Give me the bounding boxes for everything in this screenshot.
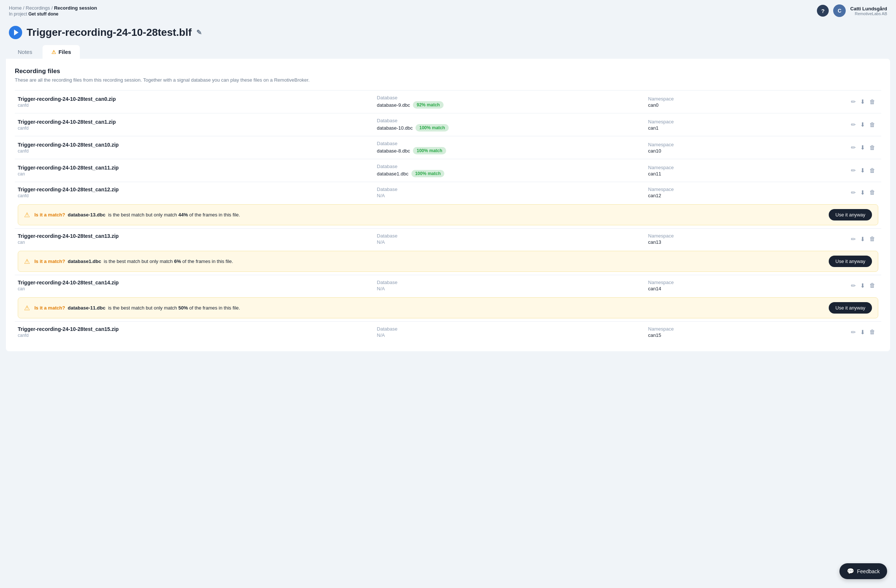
download-icon[interactable]: ⬇ xyxy=(860,98,865,105)
file-type: canfd xyxy=(18,333,365,338)
user-name: Catti Lundsgård xyxy=(850,6,887,11)
namespace-value: can13 xyxy=(648,239,758,245)
delete-icon[interactable]: 🗑 xyxy=(869,144,875,151)
play-icon[interactable] xyxy=(9,26,22,39)
delete-icon[interactable]: 🗑 xyxy=(869,99,875,105)
download-icon[interactable]: ⬇ xyxy=(860,189,865,196)
breadcrumb-home[interactable]: Home xyxy=(9,5,22,11)
recording-title: Trigger-recording-24-10-28test.blf xyxy=(27,27,192,38)
file-name: Trigger-recording-24-10-28test_can13.zip xyxy=(18,233,365,239)
warning-text: Is it a match? database1.dbc is the best… xyxy=(34,258,824,264)
file-type: can xyxy=(18,240,365,245)
tab-notes[interactable]: Notes xyxy=(9,45,41,59)
namespace-label: Namespace xyxy=(648,326,758,332)
namespace-value: can11 xyxy=(648,171,758,176)
edit-icon[interactable]: ✏ xyxy=(851,236,856,243)
is-match-label: Is it a match? xyxy=(34,305,65,311)
namespace-label: Namespace xyxy=(648,187,758,192)
help-button[interactable]: ? xyxy=(817,5,829,17)
database-value: N/A xyxy=(377,239,385,245)
header: Home / Recordings / Recording session In… xyxy=(0,0,896,21)
table-row: Trigger-recording-24-10-28test_can11.zip… xyxy=(15,159,881,182)
project-name[interactable]: Get stuff done xyxy=(29,11,58,17)
row-actions: ✏ ⬇ 🗑 xyxy=(770,236,875,243)
delete-icon[interactable]: 🗑 xyxy=(869,122,875,128)
file-type: canfd xyxy=(18,103,365,108)
edit-icon[interactable]: ✏ xyxy=(851,144,856,151)
database-value: database-9.dbc xyxy=(377,102,410,108)
database-value: N/A xyxy=(377,286,385,292)
warning-banner: ⚠ Is it a match? database-11.dbc is the … xyxy=(18,297,878,318)
namespace-label: Namespace xyxy=(648,142,758,147)
database-label: Database xyxy=(377,95,637,100)
edit-icon[interactable]: ✏ xyxy=(851,167,856,174)
download-icon[interactable]: ⬇ xyxy=(860,236,865,243)
warning-banner: ⚠ Is it a match? database1.dbc is the be… xyxy=(18,251,878,272)
database-value: database-8.dbc xyxy=(377,148,410,153)
best-match-db: database-11.dbc xyxy=(68,305,105,311)
tab-files[interactable]: ⚠ Files xyxy=(43,45,80,59)
use-anyway-button[interactable]: Use it anyway xyxy=(829,209,872,220)
database-value: N/A xyxy=(377,193,385,198)
delete-icon[interactable]: 🗑 xyxy=(869,189,875,196)
edit-title-icon[interactable]: ✎ xyxy=(196,29,202,36)
download-icon[interactable]: ⬇ xyxy=(860,144,865,151)
download-icon[interactable]: ⬇ xyxy=(860,282,865,289)
breadcrumb-current: Recording session xyxy=(54,5,97,11)
warning-text: Is it a match? database-13.dbc is the be… xyxy=(34,212,824,217)
row-actions: ✏ ⬇ 🗑 xyxy=(770,98,875,105)
feedback-button[interactable]: 💬 Feedback xyxy=(840,563,887,579)
edit-icon[interactable]: ✏ xyxy=(851,329,856,336)
download-icon[interactable]: ⬇ xyxy=(860,121,865,128)
row-actions: ✏ ⬇ 🗑 xyxy=(770,167,875,174)
match-badge: 100% match xyxy=(416,124,448,132)
warning-text: Is it a match? database-11.dbc is the be… xyxy=(34,305,824,311)
namespace-label: Namespace xyxy=(648,119,758,125)
warning-row: ⚠ Is it a match? database1.dbc is the be… xyxy=(15,249,881,275)
match-percent: 6% xyxy=(174,258,181,264)
database-value: N/A xyxy=(377,333,385,338)
file-name: Trigger-recording-24-10-28test_can12.zip xyxy=(18,187,365,193)
warning-triangle-icon: ⚠ xyxy=(24,257,30,266)
file-name: Trigger-recording-24-10-28test_can11.zip xyxy=(18,165,365,171)
database-label: Database xyxy=(377,326,637,332)
breadcrumb: Home / Recordings / Recording session xyxy=(9,5,97,11)
file-name: Trigger-recording-24-10-28test_can0.zip xyxy=(18,96,365,102)
match-badge: 100% match xyxy=(413,147,446,154)
table-row: Trigger-recording-24-10-28test_can0.zip … xyxy=(15,91,881,113)
header-right: ? C Catti Lundsgård RemotiveLabs AB xyxy=(817,5,887,17)
section-title: Recording files xyxy=(15,68,881,75)
download-icon[interactable]: ⬇ xyxy=(860,167,865,174)
database-label: Database xyxy=(377,233,637,239)
namespace-value: can14 xyxy=(648,286,758,292)
avatar: C xyxy=(833,5,846,17)
main-card: Recording files These are all the record… xyxy=(6,59,890,351)
edit-icon[interactable]: ✏ xyxy=(851,98,856,105)
table-row: Trigger-recording-24-10-28test_can1.zip … xyxy=(15,113,881,136)
file-name: Trigger-recording-24-10-28test_can10.zip xyxy=(18,142,365,148)
database-label: Database xyxy=(377,280,637,285)
namespace-value: can0 xyxy=(648,102,758,108)
database-label: Database xyxy=(377,141,637,146)
namespace-value: can10 xyxy=(648,148,758,153)
database-label: Database xyxy=(377,118,637,123)
tab-notes-label: Notes xyxy=(18,49,32,55)
is-match-label: Is it a match? xyxy=(34,212,65,217)
breadcrumb-recordings[interactable]: Recordings xyxy=(26,5,50,11)
use-anyway-button[interactable]: Use it anyway xyxy=(829,302,872,314)
edit-icon[interactable]: ✏ xyxy=(851,121,856,128)
warning-row: ⚠ Is it a match? database-11.dbc is the … xyxy=(15,296,881,322)
row-actions: ✏ ⬇ 🗑 xyxy=(770,144,875,151)
edit-icon[interactable]: ✏ xyxy=(851,189,856,196)
edit-icon[interactable]: ✏ xyxy=(851,282,856,289)
row-actions: ✏ ⬇ 🗑 xyxy=(770,121,875,128)
page-title-area: Trigger-recording-24-10-28test.blf ✎ xyxy=(0,21,896,39)
is-match-label: Is it a match? xyxy=(34,258,65,264)
delete-icon[interactable]: 🗑 xyxy=(869,236,875,242)
download-icon[interactable]: ⬇ xyxy=(860,329,865,336)
use-anyway-button[interactable]: Use it anyway xyxy=(829,255,872,267)
delete-icon[interactable]: 🗑 xyxy=(869,282,875,289)
match-percent: 50% xyxy=(178,305,188,311)
delete-icon[interactable]: 🗑 xyxy=(869,167,875,174)
delete-icon[interactable]: 🗑 xyxy=(869,329,875,335)
